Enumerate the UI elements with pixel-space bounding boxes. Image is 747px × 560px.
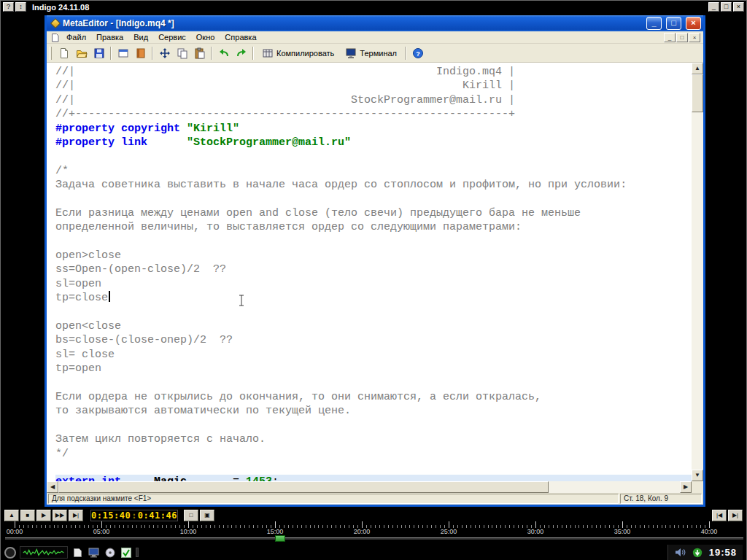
move-button[interactable] bbox=[156, 45, 173, 61]
minimize-button[interactable]: _ bbox=[708, 2, 719, 12]
player-titlebar-left-buttons: ?↕ bbox=[3, 2, 26, 12]
code-line: open>close bbox=[55, 249, 692, 262]
timeline-thumb[interactable] bbox=[275, 535, 285, 542]
code-area[interactable]: //| Indigo.mq4 |//| Kirill |//| StockPro… bbox=[47, 63, 692, 481]
code-line: //| Kirill | bbox=[55, 79, 692, 93]
timeline-slider[interactable] bbox=[1, 534, 747, 542]
horizontal-scroll-thumb[interactable] bbox=[58, 481, 549, 493]
toolbar-grip bbox=[50, 47, 52, 60]
toolbar-separator bbox=[211, 47, 212, 60]
play-button[interactable]: ▶ bbox=[36, 510, 51, 521]
scroll-left-button[interactable]: ◀ bbox=[47, 481, 58, 493]
book-button[interactable] bbox=[132, 45, 149, 61]
vertical-scrollbar[interactable]: ▲ ▼ bbox=[692, 63, 703, 481]
mdi-minimize-button[interactable]: _ bbox=[664, 33, 676, 42]
pin-button[interactable]: ↕ bbox=[15, 2, 26, 12]
speaker-icon[interactable] bbox=[674, 546, 686, 559]
terminal-button[interactable]: Терминал bbox=[340, 45, 402, 61]
open-file-button[interactable] bbox=[73, 45, 90, 61]
menu-Правка[interactable]: Правка bbox=[91, 32, 128, 42]
menu-Сервис[interactable]: Сервис bbox=[153, 32, 191, 42]
menu-Файл[interactable]: Файл bbox=[61, 32, 91, 42]
new-file-button[interactable] bbox=[55, 45, 72, 61]
compile-button-label: Компилировать bbox=[276, 49, 334, 58]
undo-button[interactable] bbox=[215, 45, 232, 61]
scroll-right-button[interactable]: ▶ bbox=[680, 481, 692, 493]
vertical-scroll-thumb[interactable] bbox=[692, 74, 703, 112]
menu-Окно[interactable]: Окно bbox=[191, 32, 220, 42]
timeline-major-tick bbox=[622, 521, 623, 528]
mdi-close-button[interactable]: × bbox=[689, 33, 700, 42]
actual-size-button[interactable]: □ bbox=[184, 510, 198, 521]
record-knob[interactable] bbox=[4, 547, 16, 559]
paste-icon bbox=[194, 47, 206, 59]
code-token: sl=open bbox=[55, 278, 101, 290]
stop-button[interactable]: ■ bbox=[20, 510, 35, 521]
metaeditor-app-icon bbox=[50, 18, 61, 28]
code-token: ss=Open-(open-close)/2 ?? bbox=[55, 263, 226, 276]
player-titlebar: ?↕ Indigo 24.11.08 _□× bbox=[1, 1, 746, 13]
metaeditor-close-button[interactable]: × bbox=[686, 17, 701, 30]
fit-window-button[interactable]: ▣ bbox=[200, 510, 214, 521]
update-icon[interactable] bbox=[692, 546, 704, 559]
code-line bbox=[55, 306, 692, 319]
check-icon[interactable] bbox=[120, 546, 132, 559]
metaeditor-titlebar: MetaEditor - [Indigo.mq4 *] _ □ × bbox=[47, 15, 703, 31]
code-line: //| StockProgrammer@mail.ru | bbox=[55, 93, 692, 107]
code-line bbox=[55, 149, 692, 163]
save-button[interactable] bbox=[90, 45, 107, 61]
scroll-up-button[interactable]: ▲ bbox=[692, 63, 703, 74]
code-line: ss=Open-(open-close)/2 ?? bbox=[55, 262, 692, 276]
metaeditor-menubar: ФайлПравкаВидСервисОкноСправка _ □ × bbox=[47, 31, 703, 44]
toolbar-separator bbox=[252, 47, 254, 60]
time-total: 0:41:46 bbox=[138, 510, 177, 521]
copy-icon bbox=[177, 47, 188, 59]
maximize-button[interactable]: □ bbox=[721, 2, 732, 12]
code-token: 1453 bbox=[246, 475, 272, 481]
code-token: ; bbox=[272, 475, 279, 481]
code-line: */ bbox=[55, 447, 692, 461]
transport-buttons: ▲■▶▶▶▶| bbox=[4, 510, 83, 521]
code-token: #property link bbox=[55, 136, 187, 149]
fast-forward-button[interactable]: ▶▶ bbox=[53, 510, 67, 521]
scroll-down-button[interactable]: ▼ bbox=[692, 470, 703, 481]
code-line: open<close bbox=[55, 319, 692, 333]
metaeditor-minimize-button[interactable]: _ bbox=[646, 17, 662, 30]
prev-frame-button[interactable]: |◀ bbox=[712, 510, 727, 521]
close-button[interactable]: × bbox=[733, 2, 744, 12]
toolbar-separator bbox=[152, 47, 153, 60]
monitor-icon[interactable] bbox=[88, 546, 100, 559]
menu-Вид[interactable]: Вид bbox=[128, 32, 153, 42]
next-frame-button[interactable]: ▶| bbox=[728, 510, 743, 521]
metaeditor-maximize-button[interactable]: □ bbox=[666, 17, 681, 30]
page-icon[interactable] bbox=[71, 546, 84, 559]
window-button[interactable] bbox=[115, 45, 131, 61]
horizontal-scrollbar[interactable]: ◀ ▶ bbox=[47, 481, 692, 493]
code-line: Затем цикл повторяется с начало. bbox=[55, 432, 692, 446]
tray-clock: 19:58 bbox=[709, 547, 737, 558]
timeline-track[interactable] bbox=[5, 537, 743, 540]
code-token: //+-------------------------------------… bbox=[55, 108, 515, 120]
step-forward-button[interactable]: ▶| bbox=[69, 510, 83, 521]
copy-button[interactable] bbox=[174, 45, 190, 61]
code-line: Если ордера не открылись до окончания, т… bbox=[55, 390, 692, 404]
save-icon bbox=[93, 47, 105, 59]
help-button-toolbar[interactable]: ? bbox=[409, 45, 426, 61]
compile-button[interactable]: Компилировать bbox=[257, 45, 339, 61]
redo-button[interactable] bbox=[233, 45, 249, 61]
menu-Справка[interactable]: Справка bbox=[220, 32, 261, 42]
code-token: //| StockProgrammer@mail.ru | bbox=[55, 94, 515, 106]
book-icon bbox=[135, 47, 147, 59]
code-line: sl=open bbox=[55, 277, 692, 291]
code-token: Затем цикл повторяется с начало. bbox=[55, 433, 266, 446]
disc-icon[interactable] bbox=[104, 546, 116, 559]
paste-button[interactable] bbox=[191, 45, 208, 61]
timeline-major-tick bbox=[188, 521, 189, 528]
code-token: Задача советника выставить в начале часа… bbox=[55, 179, 627, 191]
eject-button[interactable]: ▲ bbox=[4, 510, 19, 521]
code-line: bs=close-(close-onep)/2 ?? bbox=[55, 333, 692, 347]
metaeditor-window: MetaEditor - [Indigo.mq4 *] _ □ × ФайлПр… bbox=[44, 15, 705, 507]
code-line bbox=[55, 376, 692, 390]
help-button[interactable]: ? bbox=[3, 2, 14, 12]
mdi-restore-button[interactable]: □ bbox=[676, 33, 688, 42]
